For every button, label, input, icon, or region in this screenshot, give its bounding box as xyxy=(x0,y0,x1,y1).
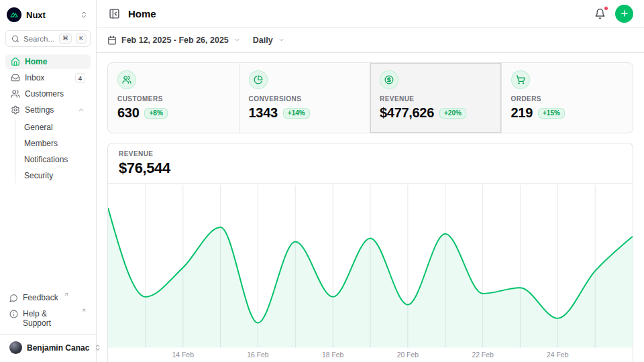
sidebar-spacer xyxy=(5,184,91,290)
avatar xyxy=(9,341,22,354)
settings-subnav: General Members Notifications Security xyxy=(15,120,91,183)
calendar-icon xyxy=(107,36,117,45)
add-button[interactable] xyxy=(615,5,633,23)
sidebar-item-label: Customers xyxy=(25,89,85,99)
kbd-k: K xyxy=(76,34,87,44)
stat-label: CONVERSIONS xyxy=(249,95,361,103)
svg-text:20 Feb: 20 Feb xyxy=(397,351,419,359)
panel-left-close-icon xyxy=(109,8,120,19)
sidebar-item-label: Home xyxy=(25,57,85,66)
topbar: Home xyxy=(97,0,644,27)
feedback-label: Feedback xyxy=(23,293,58,302)
sidebar-item-home[interactable]: Home xyxy=(5,54,91,69)
search-input[interactable]: Search... ⌘ K xyxy=(5,30,91,47)
chart-header: REVENUE $76,544 xyxy=(108,143,633,184)
gear-icon xyxy=(11,105,20,115)
svg-text:16 Feb: 16 Feb xyxy=(247,351,269,359)
svg-text:24 Feb: 24 Feb xyxy=(547,351,569,359)
search-icon xyxy=(11,35,19,43)
collapse-sidebar-button[interactable] xyxy=(107,7,121,21)
kbd-meta: ⌘ xyxy=(59,34,72,44)
stat-card-conversions[interactable]: CONVERSIONS 1343 +14% xyxy=(239,63,371,133)
sidebar-item-inbox[interactable]: Inbox 4 xyxy=(5,70,91,85)
user-menu[interactable]: Benjamin Canac xyxy=(0,335,96,357)
stat-change-badge: +20% xyxy=(439,108,466,119)
shopping-cart-icon xyxy=(511,70,530,89)
dollar-circle-icon xyxy=(380,70,398,89)
svg-text:14 Feb: 14 Feb xyxy=(172,351,195,359)
chart-plot-area[interactable]: 14 Feb16 Feb18 Feb20 Feb22 Feb24 Feb xyxy=(108,184,633,362)
notifications-button[interactable] xyxy=(593,7,607,21)
stat-card-revenue[interactable]: REVENUE $477,626 +20% xyxy=(370,63,502,133)
stat-label: REVENUE xyxy=(380,95,492,103)
sidebar-nav: Home Inbox 4 Customers Settings Ge xyxy=(5,54,91,184)
sidebar-item-customers[interactable]: Customers xyxy=(5,86,91,101)
content: CUSTOMERS 630 +8% CONVERSIONS 1343 +14% xyxy=(97,53,644,362)
sidebar-item-notifications[interactable]: Notifications xyxy=(15,152,91,167)
stat-card-orders[interactable]: ORDERS 219 +15% xyxy=(502,63,633,133)
sidebar-item-settings[interactable]: Settings xyxy=(5,103,91,117)
sidebar-item-general[interactable]: General xyxy=(15,120,91,135)
info-circle-icon xyxy=(9,310,18,318)
house-icon xyxy=(11,57,20,66)
users-icon xyxy=(11,89,20,99)
stat-value: 219 xyxy=(511,105,533,121)
stat-change-badge: +14% xyxy=(283,108,310,119)
date-range-label: Feb 12, 2025 - Feb 26, 2025 xyxy=(121,36,229,45)
external-link-icon xyxy=(81,308,87,313)
sidebar-footer: Feedback Help & Support xyxy=(5,290,91,335)
plus-icon xyxy=(620,9,629,18)
inbox-count-badge: 4 xyxy=(75,73,85,83)
inbox-icon xyxy=(11,73,20,82)
stat-value: 630 xyxy=(117,105,139,121)
sidebar-item-label: Inbox xyxy=(25,73,70,82)
sidebar-item-members[interactable]: Members xyxy=(15,136,91,151)
period-label: Daily xyxy=(253,36,273,45)
chevron-down-icon xyxy=(233,36,241,44)
search-placeholder: Search... xyxy=(23,35,55,43)
help-support-label: Help & Support xyxy=(23,309,76,328)
chart-metric-label: REVENUE xyxy=(119,150,622,158)
main-area: Home Feb 12, 2025 - Feb 26, 2025 xyxy=(97,0,644,362)
brand-name: Nuxt xyxy=(26,10,75,20)
sidebar-item-label: Settings xyxy=(25,105,72,115)
users-icon xyxy=(117,70,136,89)
sidebar-item-security[interactable]: Security xyxy=(15,168,91,183)
svg-text:22 Feb: 22 Feb xyxy=(472,351,494,359)
stat-label: CUSTOMERS xyxy=(117,95,229,103)
period-select[interactable]: Daily xyxy=(253,36,285,45)
sidebar: Nuxt Search... ⌘ K Home Inbox 4 xyxy=(0,0,97,362)
stat-card-customers[interactable]: CUSTOMERS 630 +8% xyxy=(108,63,239,133)
feedback-link[interactable]: Feedback xyxy=(5,290,91,305)
workspace-switcher[interactable]: Nuxt xyxy=(5,5,91,24)
help-support-link[interactable]: Help & Support xyxy=(5,306,91,330)
notification-dot xyxy=(604,6,608,11)
stat-value: 1343 xyxy=(249,105,278,121)
chart-metric-value: $76,544 xyxy=(119,160,622,177)
revenue-chart: 14 Feb16 Feb18 Feb20 Feb22 Feb24 Feb xyxy=(108,184,633,362)
user-name: Benjamin Canac xyxy=(27,343,89,353)
page-title: Home xyxy=(128,8,156,19)
svg-text:18 Feb: 18 Feb xyxy=(322,351,344,359)
filters-toolbar: Feb 12, 2025 - Feb 26, 2025 Daily xyxy=(97,27,644,53)
stat-value: $477,626 xyxy=(380,105,434,121)
date-range-picker[interactable]: Feb 12, 2025 - Feb 26, 2025 xyxy=(107,36,241,45)
message-circle-icon xyxy=(9,294,18,302)
stats-grid: CUSTOMERS 630 +8% CONVERSIONS 1343 +14% xyxy=(107,62,633,133)
stat-change-badge: +15% xyxy=(538,108,565,119)
chevron-up-icon xyxy=(77,106,85,114)
stat-change-badge: +8% xyxy=(144,108,167,119)
chevron-down-icon xyxy=(278,36,285,44)
external-link-icon xyxy=(64,292,69,297)
pie-chart-icon xyxy=(249,70,268,89)
nuxt-logo-icon xyxy=(7,7,21,22)
revenue-chart-card: REVENUE $76,544 14 Feb16 Feb18 Feb20 Feb… xyxy=(107,143,633,362)
chevrons-up-down-icon xyxy=(80,11,88,19)
stat-label: ORDERS xyxy=(511,95,624,103)
